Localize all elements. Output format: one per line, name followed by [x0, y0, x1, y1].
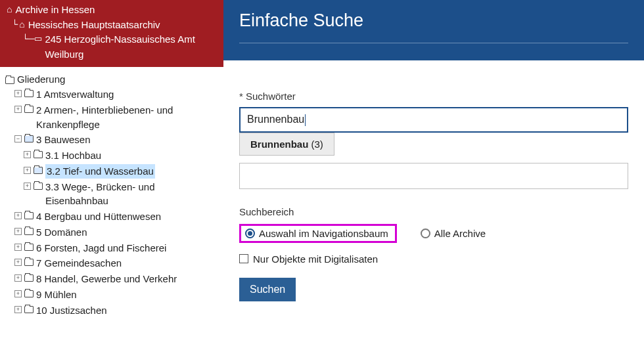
tree-node-2[interactable]: 2 Armen-, Hinterbliebenen- und Krankenpf… — [36, 103, 219, 132]
expand-icon[interactable]: + — [14, 90, 22, 97]
secondary-input[interactable] — [239, 163, 628, 189]
keywords-value: Brunnenbau — [247, 114, 304, 125]
tree-node-5[interactable]: 5 Domänen — [36, 225, 87, 240]
breadcrumb-root[interactable]: Archive in Hessen — [14, 3, 95, 18]
keywords-label: * Suchwörter — [239, 91, 628, 102]
folder-icon — [24, 212, 34, 219]
radio-all-label: Alle Archive — [434, 228, 486, 239]
text-caret-icon — [305, 114, 306, 126]
tree-node-8[interactable]: 8 Handel, Gewerbe und Verkehr — [36, 272, 177, 286]
folder-open-icon — [24, 135, 34, 142]
breadcrumb: ⌂ Archive in Hessen └ ⌂ Hessisches Haupt… — [0, 0, 223, 67]
expand-icon[interactable]: + — [14, 274, 22, 282]
folder-icon — [24, 306, 34, 313]
tree-branch-icon: └─▭ — [22, 32, 42, 46]
folder-open-icon — [34, 167, 43, 174]
expand-icon[interactable]: + — [14, 259, 22, 266]
home-icon: ⌂ — [19, 18, 24, 32]
breadcrumb-level2[interactable]: 245 Herzoglich-Nassauisches Amt Weilburg — [43, 32, 222, 62]
digital-only-label: Nur Objekte mit Digitalisaten — [253, 253, 378, 265]
folder-icon — [24, 259, 34, 266]
digital-only-checkbox[interactable]: Nur Objekte mit Digitalisaten — [239, 253, 628, 265]
tree-node-10[interactable]: 10 Justizsachen — [36, 303, 107, 318]
expand-icon[interactable]: + — [24, 167, 31, 174]
suggest-term: Brunnenbau — [250, 139, 308, 150]
breadcrumb-level1[interactable]: Hessisches Hauptstaatsarchiv — [27, 18, 160, 33]
expand-icon[interactable]: + — [14, 244, 22, 251]
tree-node-3-1[interactable]: 3.1 Hochbau — [45, 148, 101, 163]
radio-all-archives[interactable]: Alle Archive — [421, 228, 486, 239]
tree-node-7[interactable]: 7 Gemeindesachen — [36, 256, 122, 271]
folder-icon — [24, 274, 34, 282]
scope-radio-group: Auswahl im Navigationsbaum Alle Archive — [239, 224, 628, 243]
tree-node-9[interactable]: 9 Mühlen — [36, 288, 77, 302]
expand-icon[interactable]: + — [14, 290, 22, 297]
nav-tree: Gliederung + 1 Amtsverwaltung + 2 Armen-… — [0, 67, 223, 318]
tree-branch-icon: └ — [12, 18, 18, 32]
expand-icon[interactable]: + — [14, 106, 22, 113]
tree-node-4[interactable]: 4 Bergbau und Hüttenwesen — [36, 209, 161, 224]
collapse-icon[interactable]: − — [14, 135, 22, 142]
folder-icon — [24, 106, 34, 113]
folder-icon — [34, 151, 43, 158]
folder-icon — [34, 183, 43, 190]
tree-node-3[interactable]: 3 Bauwesen — [36, 133, 91, 147]
tree-root[interactable]: Gliederung — [17, 74, 65, 85]
checkbox-unchecked-icon — [239, 254, 248, 263]
folder-icon — [5, 77, 14, 84]
radio-unchecked-icon — [421, 228, 430, 238]
autosuggest-item[interactable]: Brunnenbau (3) — [239, 133, 334, 156]
radio-checked-icon — [245, 228, 255, 238]
divider — [239, 43, 628, 43]
tree-node-3-2-selected[interactable]: 3.2 Tief- und Wasserbau — [45, 164, 155, 179]
sidebar: ⌂ Archive in Hessen └ ⌂ Hessisches Haupt… — [0, 0, 223, 348]
search-form: * Suchwörter Brunnenbau Brunnenbau (3) S… — [223, 60, 644, 315]
page-title: Einfache Suche — [239, 11, 628, 31]
main-header: Einfache Suche — [223, 0, 644, 60]
scope-label: Suchbereich — [239, 206, 628, 217]
keywords-input[interactable]: Brunnenbau — [239, 107, 628, 133]
expand-icon[interactable]: + — [24, 151, 31, 158]
tree-node-6[interactable]: 6 Forsten, Jagd und Fischerei — [36, 241, 166, 255]
radio-nav-label: Auswahl im Navigationsbaum — [259, 228, 388, 239]
tree-node-1[interactable]: 1 Amtsverwaltung — [36, 87, 114, 102]
expand-icon[interactable]: + — [14, 306, 22, 313]
search-button[interactable]: Suchen — [239, 278, 296, 301]
expand-icon[interactable]: + — [24, 183, 31, 190]
expand-icon[interactable]: + — [14, 212, 22, 219]
folder-icon — [24, 90, 34, 97]
radio-nav-tree[interactable]: Auswahl im Navigationsbaum — [245, 228, 388, 239]
suggest-count: (3) — [311, 139, 323, 150]
folder-icon — [24, 290, 34, 297]
highlighted-option: Auswahl im Navigationsbaum — [239, 224, 397, 243]
folder-icon — [24, 228, 34, 235]
folder-icon — [24, 244, 34, 251]
expand-icon[interactable]: + — [14, 228, 22, 235]
tree-node-3-3[interactable]: 3.3 Wege-, Brücken- und Eisenbahnbau — [45, 180, 219, 209]
home-icon: ⌂ — [7, 3, 12, 16]
main-content: Einfache Suche * Suchwörter Brunnenbau B… — [223, 0, 644, 348]
